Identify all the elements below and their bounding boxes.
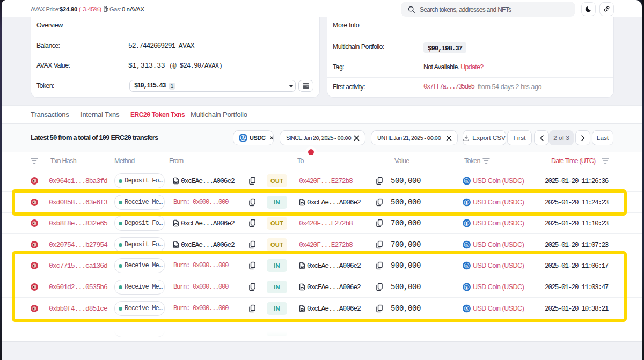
- svg-text:$: $: [465, 221, 468, 225]
- svg-text:$: $: [465, 242, 468, 247]
- svg-text:$: $: [465, 178, 468, 183]
